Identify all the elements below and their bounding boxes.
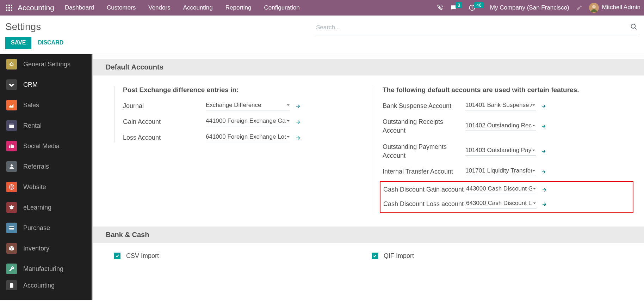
external-link-icon[interactable] <box>541 169 547 175</box>
sidebar-item-accounting[interactable]: Accounting <box>0 279 92 290</box>
field-label: Cash Discount Gain account <box>383 185 466 194</box>
external-link-icon[interactable] <box>541 103 547 109</box>
sidebar-item-label: Manufacturing <box>23 265 63 273</box>
external-link-icon[interactable] <box>541 187 548 193</box>
csv-import-option: CSV Import <box>93 252 363 260</box>
sidebar-item-crm[interactable]: CRM <box>0 74 92 95</box>
apps-icon[interactable] <box>4 2 15 13</box>
sidebar-item-elearning[interactable]: eLearning <box>0 197 92 218</box>
calendar-icon <box>6 120 17 131</box>
svg-rect-15 <box>9 124 14 125</box>
field-journal: Journal Exchange Difference <box>123 102 374 110</box>
menu-accounting[interactable]: Accounting <box>183 4 213 11</box>
sidebar-item-purchase[interactable]: Purchase <box>0 218 92 238</box>
menu-vendors[interactable]: Vendors <box>148 4 170 11</box>
external-link-icon[interactable] <box>295 103 302 109</box>
sidebar-item-sales[interactable]: Sales <box>0 95 92 115</box>
internal-transfer-select[interactable]: 101701 Liquidity Transfer <box>465 167 536 176</box>
field-label: Cash Discount Loss account <box>383 200 466 209</box>
page-title: Settings <box>5 21 63 32</box>
sidebar-item-rental[interactable]: Rental <box>0 115 92 136</box>
debug-icon[interactable] <box>576 4 583 11</box>
sidebar-item-manufacturing[interactable]: Manufacturing <box>0 259 92 279</box>
external-link-icon[interactable] <box>541 201 548 207</box>
svg-rect-4 <box>8 7 10 8</box>
phone-icon[interactable] <box>436 4 444 11</box>
sidebar-item-label: CRM <box>23 81 38 89</box>
section-default-accounts: Default Accounts <box>93 59 644 76</box>
external-link-icon[interactable] <box>541 148 547 155</box>
field-label: Outstanding Receipts Account <box>383 117 465 135</box>
field-label: Loss Account <box>123 133 206 142</box>
messages-icon[interactable]: 8 <box>450 4 462 11</box>
chevron-down-icon <box>532 148 536 152</box>
sidebar-item-general-settings[interactable]: General Settings <box>0 54 92 74</box>
svg-point-12 <box>631 24 636 29</box>
csv-import-checkbox[interactable] <box>114 253 120 259</box>
thumbs-up-icon <box>6 141 17 151</box>
sidebar-item-label: Accounting <box>23 282 55 289</box>
company-switcher[interactable]: My Company (San Francisco) <box>490 4 569 11</box>
person-icon <box>6 161 17 172</box>
field-outstanding-payments: Outstanding Payments Account 101403 Outs… <box>383 143 633 160</box>
discard-button[interactable]: DISCARD <box>38 37 63 49</box>
field-label: Bank Suspense Account <box>383 102 465 110</box>
qif-import-option: QIF Import <box>363 252 633 260</box>
svg-rect-0 <box>6 5 7 6</box>
user-menu[interactable]: Mitchell Admin <box>589 3 640 13</box>
bank-suspense-select[interactable]: 101401 Bank Suspense Account <box>465 102 536 110</box>
save-button[interactable]: SAVE <box>5 37 31 49</box>
field-cash-discount-gain: Cash Discount Gain account 443000 Cash D… <box>383 185 630 194</box>
sidebar-item-label: Website <box>23 183 46 191</box>
topbar-right: 8 46 My Company (San Francisco) Mitchell… <box>436 3 640 13</box>
settings-content: Default Accounts Post Exchange differenc… <box>93 54 644 300</box>
sidebar-item-inventory[interactable]: Inventory <box>0 238 92 259</box>
sidebar-item-referrals[interactable]: Referrals <box>0 156 92 177</box>
svg-rect-8 <box>11 10 12 11</box>
cash-discount-gain-select[interactable]: 443000 Cash Discount Gain <box>466 185 537 194</box>
field-loss-account: Loss Account 641000 Foreign Exchange Los… <box>123 133 374 142</box>
handshake-icon <box>6 79 17 90</box>
menu-configuration[interactable]: Configuration <box>264 4 300 11</box>
sidebar-item-label: Referrals <box>23 163 49 170</box>
chevron-down-icon <box>286 103 290 107</box>
qif-import-checkbox[interactable] <box>372 253 378 259</box>
sidebar-item-website[interactable]: Website <box>0 177 92 197</box>
menu-reporting[interactable]: Reporting <box>225 4 252 11</box>
search-icon[interactable] <box>630 23 637 30</box>
outstanding-payments-select[interactable]: 101403 Outstanding Payments <box>465 147 536 156</box>
highlighted-cash-discount: Cash Discount Gain account 443000 Cash D… <box>380 181 633 213</box>
journal-select[interactable]: Exchange Difference <box>206 102 290 110</box>
loss-account-select[interactable]: 641000 Foreign Exchange Loss <box>206 133 290 142</box>
chevron-down-icon <box>532 187 537 191</box>
menu-customers[interactable]: Customers <box>107 4 136 11</box>
chevron-down-icon <box>532 169 536 173</box>
svg-rect-3 <box>6 7 7 8</box>
settings-sidebar: General Settings CRM Sales Rental Social… <box>0 54 93 300</box>
cash-discount-loss-select[interactable]: 643000 Cash Discount Loss <box>466 200 537 209</box>
external-link-icon[interactable] <box>541 123 547 129</box>
menu-dashboard[interactable]: Dashboard <box>65 4 94 11</box>
chart-icon <box>6 100 17 110</box>
svg-rect-2 <box>11 5 12 6</box>
outstanding-receipts-select[interactable]: 101402 Outstanding Receipts <box>465 122 536 131</box>
external-link-icon[interactable] <box>295 119 302 125</box>
activities-icon[interactable]: 46 <box>469 4 483 11</box>
sidebar-item-label: Inventory <box>23 245 49 252</box>
svg-rect-19 <box>9 227 14 228</box>
user-name: Mitchell Admin <box>602 4 640 11</box>
sidebar-item-social-media[interactable]: Social Media <box>0 136 92 156</box>
search-input[interactable] <box>315 21 639 34</box>
field-label: Internal Transfer Account <box>383 167 465 176</box>
top-menu: Dashboard Customers Vendors Accounting R… <box>65 4 300 11</box>
app-brand[interactable]: Accounting <box>18 4 54 12</box>
card-icon <box>6 223 17 233</box>
top-navbar: Accounting Dashboard Customers Vendors A… <box>0 0 644 16</box>
chevron-down-icon <box>532 201 537 205</box>
svg-rect-1 <box>8 5 10 6</box>
box-icon <box>6 243 17 254</box>
exchange-subtitle: Post Exchange difference entries in: <box>123 86 374 94</box>
gain-account-select[interactable]: 441000 Foreign Exchange Gain <box>206 117 290 126</box>
globe-icon <box>6 182 17 192</box>
external-link-icon[interactable] <box>295 135 302 141</box>
